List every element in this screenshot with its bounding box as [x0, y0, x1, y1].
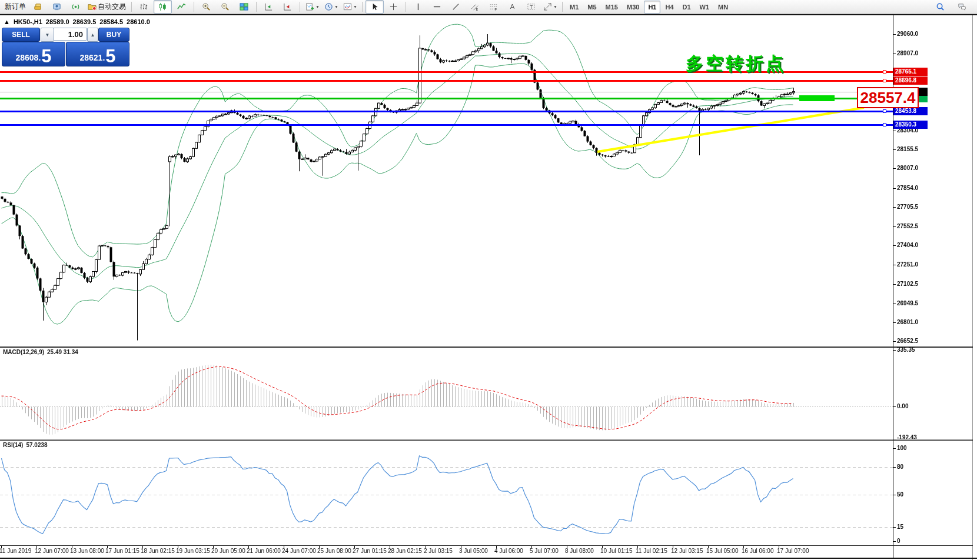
new-chart-button[interactable]: ▾ — [303, 0, 321, 14]
price-axis-tick-label: 27404.0 — [897, 242, 918, 249]
rsi-axis-tickmark — [893, 541, 896, 542]
macd-axis-tick-label: 0.00 — [897, 403, 908, 410]
horizontal-line-object[interactable] — [0, 111, 893, 112]
time-axis-label: 11 Jul 02:15 — [636, 548, 667, 554]
price-axis-tick-label: 27251.0 — [897, 261, 918, 268]
buy-button[interactable]: BUY — [98, 28, 129, 42]
timeframe-m5-button[interactable]: M5 — [583, 1, 600, 14]
horizontal-line-object[interactable] — [0, 124, 893, 126]
time-axis-label: 28 Jun 02:15 — [388, 548, 422, 554]
search-button[interactable] — [931, 0, 949, 14]
signals-button[interactable] — [67, 0, 85, 14]
line-chart-button[interactable] — [172, 0, 191, 14]
price-axis-tickmark — [893, 265, 896, 265]
horizontal-line-object[interactable] — [0, 98, 893, 99]
sell-price-box[interactable]: 28608.5 — [2, 42, 65, 66]
price-axis-tick-label: 28007.0 — [897, 165, 918, 172]
vertical-line-button[interactable] — [409, 0, 427, 14]
price-axis-tick-label: 27854.0 — [897, 185, 918, 192]
zoom-out-button[interactable] — [216, 0, 234, 14]
timeframe-h4-button[interactable]: H4 — [661, 1, 677, 14]
volume-decrease-button[interactable]: ▼ — [41, 28, 54, 42]
price-callout-box[interactable]: 28557.4 — [857, 87, 919, 108]
toolbar-separator — [562, 2, 563, 12]
timeframe-m1-button[interactable]: M1 — [566, 1, 583, 14]
zoom-in-button[interactable] — [197, 0, 215, 14]
rsi-pane-header: RSI(14) 57.0238 — [3, 442, 48, 448]
price-axis-tickmark — [893, 226, 896, 227]
svg-text:E: E — [476, 8, 478, 11]
macd-axis-tickmark — [893, 406, 896, 407]
autoscroll-button[interactable] — [260, 0, 278, 14]
equidistant-channel-button[interactable]: E — [466, 0, 484, 14]
rsi-axis-tick-label: 15 — [897, 524, 903, 531]
bar-chart-button[interactable] — [135, 0, 153, 14]
timeframe-m30-button[interactable]: M30 — [623, 1, 643, 14]
collapse-triangle-icon[interactable]: ▲ — [4, 18, 10, 25]
time-axis-label: 5 Jul 07:00 — [530, 548, 559, 554]
time-axis-label: 25 Jun 08:00 — [317, 548, 351, 554]
indicators-button[interactable]: ▾ — [341, 0, 359, 14]
rsi-pane-separator-2 — [0, 440, 973, 441]
terminal-button[interactable] — [48, 0, 66, 14]
line-handle[interactable] — [883, 123, 886, 126]
label-button[interactable]: T — [522, 0, 540, 14]
fibonacci-button[interactable]: F — [484, 0, 503, 14]
horizontal-line-object[interactable] — [0, 80, 893, 82]
symbol-label: HK50-,H1 — [14, 18, 42, 25]
macd-pane-separator[interactable] — [0, 346, 973, 346]
macd-axis-tick-label: -192.43 — [897, 434, 917, 441]
candlestick-chart-button[interactable] — [154, 0, 172, 14]
quotes-button[interactable] — [29, 0, 47, 14]
crosshair-button[interactable] — [384, 0, 403, 14]
time-axis-label: 3 Jul 05:00 — [459, 548, 488, 554]
tile-windows-button[interactable] — [235, 0, 253, 14]
periodicity-button[interactable]: ▾ — [322, 0, 340, 14]
chart-symbol-header: ▲ HK50-,H1 28589.0 28639.5 28584.5 28610… — [4, 18, 150, 25]
price-axis-tickmark — [893, 168, 896, 169]
rsi-pane-separator[interactable] — [0, 439, 973, 439]
sell-price-big-digit: 5 — [41, 49, 51, 64]
timeframe-mn-button[interactable]: MN — [714, 1, 732, 14]
buy-price-box[interactable]: 28621.5 — [66, 42, 129, 66]
horizontal-line-button[interactable] — [428, 0, 446, 14]
timeframe-d1-button[interactable]: D1 — [679, 1, 695, 14]
bull-bear-turning-point-annotation[interactable]: 多空转折点 — [686, 52, 786, 76]
volume-increase-button[interactable]: ▲ — [87, 28, 98, 42]
new-order-button[interactable]: 新订单 — [2, 0, 28, 14]
trendline-button[interactable] — [447, 0, 465, 14]
main-chart-canvas[interactable] — [0, 0, 977, 560]
sell-button[interactable]: SELL — [2, 28, 40, 42]
autotrade-icon — [88, 2, 97, 11]
time-axis-label: 8 Jul 08:00 — [565, 548, 594, 554]
price-axis-tickmark — [893, 245, 896, 246]
shapes-icon — [543, 2, 552, 11]
time-axis-label: 20 Jun 05:00 — [211, 548, 245, 554]
price-axis-tickmark — [893, 54, 896, 54]
timeframe-m15-button[interactable]: M15 — [602, 1, 622, 14]
timeframe-h1-button[interactable]: H1 — [644, 1, 660, 14]
shapes-button[interactable]: ▾ — [541, 0, 559, 14]
chat-icon — [958, 2, 966, 11]
timeframe-w1-button[interactable]: W1 — [696, 1, 714, 14]
line-handle[interactable] — [883, 109, 886, 113]
signal-icon — [71, 2, 80, 11]
chat-button[interactable] — [953, 0, 971, 14]
volume-input[interactable]: 1.00 — [54, 28, 87, 41]
svg-text:A: A — [510, 3, 515, 10]
price-axis-tickmark — [893, 207, 896, 208]
price-axis-tickmark — [893, 304, 896, 304]
chart-shift-button[interactable] — [278, 0, 297, 14]
toolbar-separator — [194, 2, 194, 12]
line-handle[interactable] — [883, 79, 886, 82]
macd-values: 25.49 31.34 — [47, 349, 78, 355]
text-button[interactable]: A — [503, 0, 521, 14]
zoom-out-icon — [221, 2, 230, 11]
time-axis-label: 12 Jun 07:00 — [35, 548, 69, 554]
time-axis-label: 21 Jun 06:00 — [247, 548, 281, 554]
green-highlight-rectangle[interactable] — [799, 95, 835, 101]
line-handle[interactable] — [883, 70, 886, 74]
candlestick-chart-icon — [158, 2, 167, 11]
cursor-button[interactable] — [365, 0, 384, 14]
autotrading-button[interactable]: 自动交易 — [85, 0, 128, 14]
